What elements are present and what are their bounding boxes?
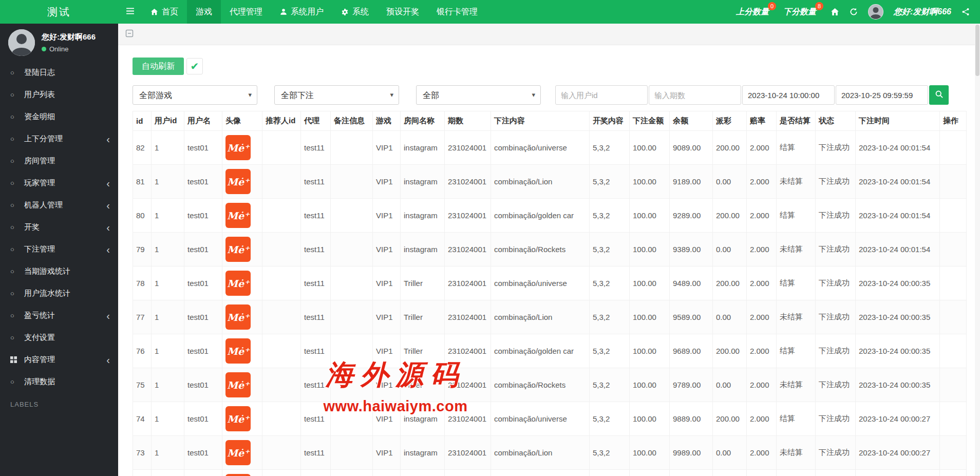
sidebar-item-score-admin[interactable]: ○上下分管理‹ bbox=[0, 128, 118, 150]
sidebar-item-current-game-stats[interactable]: ○当期游戏统计 bbox=[0, 260, 118, 282]
nav-links: 首页游戏代理管理系统用户系统预设开奖银行卡管理 bbox=[142, 0, 486, 24]
cell-user_id: 1 bbox=[152, 131, 184, 165]
col-period: 期数 bbox=[445, 111, 491, 131]
main-content: 自动刷新 ✔ 全部游戏 ▾ 全部下注 ▾ 全部 ▾ bbox=[118, 24, 980, 476]
cell-username: test01 bbox=[184, 266, 222, 300]
scrollbar-track[interactable] bbox=[975, 24, 980, 476]
sidebar-item-room-admin[interactable]: ○房间管理 bbox=[0, 150, 118, 172]
end-time-input[interactable] bbox=[836, 85, 928, 105]
cell-avatar: Mė⁺ bbox=[222, 131, 262, 165]
home-icon[interactable] bbox=[831, 8, 839, 16]
cell-odds: 2.000 bbox=[747, 368, 777, 402]
cell-bet_content: combinação/Rockets bbox=[491, 233, 590, 266]
cell-bet_time: 2023-10-24 00:01:54 bbox=[856, 131, 940, 165]
cell-bet_time: 2023-10-24 00:01:54 bbox=[856, 165, 940, 199]
all-filter[interactable]: 全部 ▾ bbox=[416, 85, 541, 105]
cell-agent: test11 bbox=[301, 402, 331, 436]
user-id-input[interactable] bbox=[555, 85, 648, 105]
cell-remark bbox=[331, 334, 373, 368]
cell-game: VIP1 bbox=[373, 402, 401, 436]
cell-bet_content: combinação/universe bbox=[491, 266, 590, 300]
sidebar-item-user-flow-stats[interactable]: ○用户流水统计 bbox=[0, 282, 118, 304]
cell-bet_amount: 100.00 bbox=[630, 436, 670, 470]
cell-odds: 2.000 bbox=[747, 300, 777, 334]
cell-settled: 未结算 bbox=[777, 436, 816, 470]
game-filter-select[interactable]: 全部游戏 bbox=[133, 86, 257, 104]
sidebar-item-draw[interactable]: ○开奖‹ bbox=[0, 216, 118, 238]
nav-item-home[interactable]: 首页 bbox=[142, 0, 187, 24]
all-filter-select[interactable]: 全部 bbox=[417, 86, 540, 104]
cell-username: test01 bbox=[184, 436, 222, 470]
cell-period: 231024001 bbox=[445, 300, 491, 334]
sidebar-item-profit-stats[interactable]: ○盈亏统计‹ bbox=[0, 304, 118, 327]
cell-username: test01 bbox=[184, 334, 222, 368]
tab-icon[interactable] bbox=[125, 29, 134, 40]
bet-filter[interactable]: 全部下注 ▾ bbox=[274, 85, 399, 105]
cell-payout: 0.00 bbox=[713, 436, 747, 470]
table-row: 781test01Mė⁺test11VIP1Triller231024001co… bbox=[133, 266, 967, 300]
cell-payout: 0.00 bbox=[713, 300, 747, 334]
sidebar-item-player-admin[interactable]: ○玩家管理‹ bbox=[0, 172, 118, 194]
cell-agent: test11 bbox=[301, 199, 331, 233]
sidebar-item-clean-data[interactable]: ○清理数据 bbox=[0, 371, 118, 393]
table-row: 791test01Mė⁺test11VIP1instagram231024001… bbox=[133, 233, 967, 266]
game-filter[interactable]: 全部游戏 ▾ bbox=[133, 85, 257, 105]
grid-icon bbox=[10, 356, 24, 363]
chevron-left-icon: ‹ bbox=[106, 355, 110, 365]
nav-item-games[interactable]: 游戏 bbox=[187, 0, 221, 24]
sidebar-item-bet-admin[interactable]: ○下注管理‹ bbox=[0, 238, 118, 260]
col-avatar: 头像 bbox=[222, 111, 262, 131]
sidebar-item-content-admin[interactable]: 内容管理‹ bbox=[0, 349, 118, 371]
cell-period: 231024001 bbox=[445, 402, 491, 436]
user-avatar-image: Mė⁺ bbox=[225, 372, 251, 397]
sidebar-item-login-log[interactable]: ○登陆日志 bbox=[0, 62, 118, 84]
bet-filter-select[interactable]: 全部下注 bbox=[275, 86, 399, 104]
circle-icon: ○ bbox=[10, 245, 24, 253]
cell-user_id: 1 bbox=[152, 436, 184, 470]
search-button[interactable] bbox=[929, 85, 949, 105]
cell-id: 72 bbox=[133, 470, 152, 476]
cell-balance: 9589.00 bbox=[670, 300, 713, 334]
start-time-input[interactable] bbox=[742, 85, 835, 105]
nav-item-system[interactable]: 系统 bbox=[332, 0, 378, 24]
nav-item-preset-draw[interactable]: 预设开奖 bbox=[378, 0, 428, 24]
table-row: 801test01Mė⁺test11VIP1instagram231024001… bbox=[133, 199, 967, 233]
cell-agent: test11 bbox=[301, 436, 331, 470]
sidebar-item-payment-settings[interactable]: ○支付设置 bbox=[0, 327, 118, 349]
user-greeting[interactable]: 您好:发财啊666 bbox=[894, 7, 951, 17]
cell-balance: 9189.00 bbox=[670, 165, 713, 199]
cell-settled: 结算 bbox=[777, 131, 816, 165]
sidebar-item-robot-admin[interactable]: ○机器人管理‹ bbox=[0, 194, 118, 216]
nav-item-label: 代理管理 bbox=[230, 7, 262, 17]
cell-payout: 0.00 bbox=[713, 233, 747, 266]
cell-settled: 结算 bbox=[777, 402, 816, 436]
auto-refresh-button[interactable]: 自动刷新 bbox=[133, 58, 184, 75]
cell-status: 下注成功 bbox=[816, 334, 856, 368]
cell-period: 231024001 bbox=[445, 266, 491, 300]
share-icon[interactable] bbox=[962, 8, 970, 16]
profile-avatar[interactable] bbox=[8, 29, 35, 56]
auto-refresh-checkbox[interactable]: ✔ bbox=[186, 58, 203, 74]
down-score-button[interactable]: 下分数量 8 bbox=[783, 7, 816, 17]
cell-settled: 结算 bbox=[777, 199, 816, 233]
cell-avatar: Mė⁺ bbox=[222, 334, 262, 368]
chevron-left-icon: ‹ bbox=[106, 311, 110, 321]
nav-item-bank-card-admin[interactable]: 银行卡管理 bbox=[428, 0, 486, 24]
chevron-left-icon: ‹ bbox=[106, 178, 110, 188]
cell-action bbox=[940, 233, 967, 266]
sidebar-item-user-list[interactable]: ○用户列表 bbox=[0, 84, 118, 106]
cell-remark bbox=[331, 436, 373, 470]
user-avatar[interactable] bbox=[868, 4, 883, 20]
sidebar-toggle-button[interactable] bbox=[118, 0, 142, 24]
cell-avatar: Mė⁺ bbox=[222, 470, 262, 476]
nav-item-agent-admin[interactable]: 代理管理 bbox=[221, 0, 271, 24]
col-bet_content: 下注内容 bbox=[491, 111, 590, 131]
period-input[interactable] bbox=[649, 85, 741, 105]
refresh-icon[interactable] bbox=[850, 8, 858, 16]
sidebar-item-fund-detail[interactable]: ○资金明细 bbox=[0, 106, 118, 128]
table-row: 761test01Mė⁺test11VIP1Triller231024001co… bbox=[133, 334, 967, 368]
cell-payout: 200.00 bbox=[713, 470, 747, 476]
scrollbar-thumb[interactable] bbox=[975, 25, 979, 76]
nav-item-system-users[interactable]: 系统用户 bbox=[271, 0, 332, 24]
up-score-button[interactable]: 上分数量 0 bbox=[736, 7, 769, 17]
